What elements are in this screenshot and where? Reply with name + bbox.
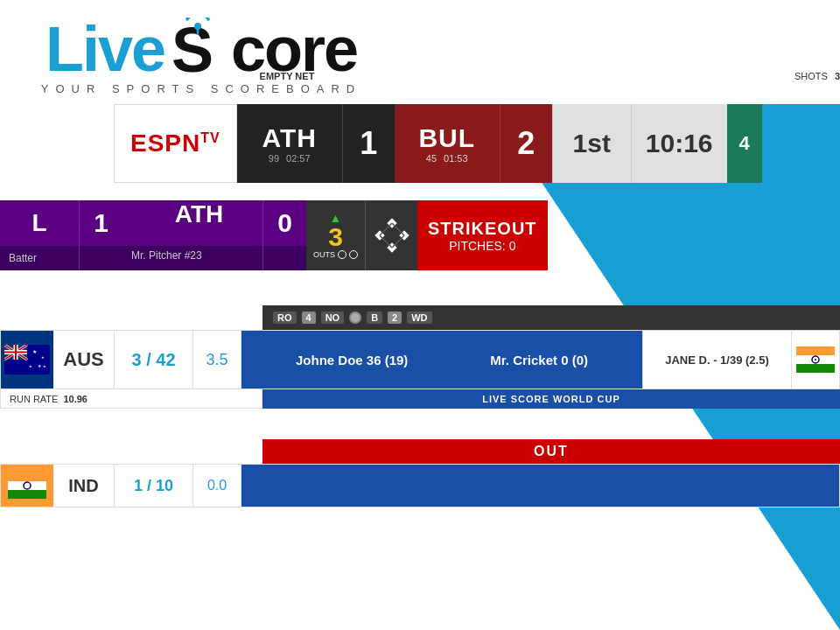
pitcher-label: Mr. Pitcher #23	[131, 249, 202, 262]
away-score-baseball: 1	[94, 208, 108, 238]
ind-overs-box: 0.0	[193, 465, 242, 507]
aus-score-box: 3 / 42	[115, 331, 193, 388]
home-score-baseball: 0	[277, 208, 292, 238]
aus-overs: 3.5	[206, 351, 228, 369]
away-score: 1	[360, 125, 377, 162]
shots-label: SHOTS	[794, 71, 828, 81]
svg-line-8	[380, 235, 392, 248]
home-team-baseball: ATH	[122, 200, 262, 246]
aus-flag: ★ ★ ★ ★ ★	[1, 331, 53, 388]
cricket-batsman2: Mr. Cricket 0 (0)	[490, 353, 588, 368]
cricket-batsman1: Johne Doe 36 (19)	[296, 353, 408, 368]
cricket-players-section: Johne Doe 36 (19) Mr. Cricket 0 (0)	[242, 331, 642, 388]
hockey-scoreboard: ESPNTV ATH 99 02:57 1 BUL 45 01:53	[114, 104, 840, 183]
home-team-time: 01:53	[444, 153, 468, 164]
ctrl-b[interactable]: B	[367, 312, 382, 324]
extra: 4	[739, 132, 750, 155]
ind-flag-2	[1, 465, 53, 507]
ind-overs: 0.0	[207, 478, 227, 494]
pitches-label: PITCHES: 0	[449, 239, 515, 253]
fielder-box: JANE D. - 1/39 (2.5)	[642, 331, 791, 388]
away-team-name: ATH	[262, 123, 316, 153]
svg-line-10	[392, 223, 404, 235]
away-score-box: 1	[342, 104, 395, 183]
run-rate-label: RUN RATE	[10, 394, 58, 404]
run-rate-bar: RUN RATE 10.96	[0, 389, 262, 409]
svg-text:★: ★	[43, 364, 46, 368]
svg-line-9	[392, 235, 404, 248]
broadcaster-logo: ESPNTV	[114, 104, 237, 183]
cricket-scoreboard-2: IND 1 / 10 0.0	[0, 464, 840, 508]
aus-score: 3 / 42	[131, 350, 175, 370]
header: Live S core YOUR SPORTS SCOREBOARD	[0, 0, 840, 104]
ind-team-name: IND	[68, 476, 98, 496]
home-score: 2	[517, 125, 535, 162]
ctrl-wd[interactable]: WD	[407, 312, 431, 324]
out-badge: OUT	[262, 439, 840, 464]
baseball-scoreboard: L Batter 1 ATH Mr. Pitcher #23	[0, 200, 840, 270]
out-label: OUT	[534, 444, 569, 459]
ctrl-ro[interactable]: RO	[273, 312, 297, 324]
svg-text:S: S	[172, 18, 214, 80]
game-time: 10:16	[646, 129, 713, 158]
broadcaster-name: ESPNTV	[130, 130, 220, 158]
diamond-svg	[373, 216, 411, 255]
inning-box: ▲ 3 OUTS	[306, 200, 365, 270]
empty-net-label: EMPTY NET	[208, 71, 366, 81]
fielder-name: JANE D. - 1/39 (2.5)	[665, 354, 769, 367]
batter-box: Batter	[0, 246, 79, 270]
scoreboards: EMPTY NET SHOTS 3 ESPNTV ATH 99 02:57	[0, 104, 840, 508]
strikeout-box: STRIKEOUT PITCHES: 0	[417, 200, 548, 270]
away-team-num: 99	[269, 153, 279, 164]
period-box: 1st	[552, 104, 631, 183]
home-baseball-name: ATH	[175, 200, 223, 228]
svg-rect-28	[796, 364, 835, 373]
live-score-label: LIVE SCORE WORLD CUP	[262, 389, 840, 409]
shots-count: 3	[835, 71, 840, 81]
svg-rect-26	[796, 346, 835, 355]
extra-box: 4	[727, 104, 762, 183]
logo-tagline: YOUR SPORTS SCOREBOARD	[41, 82, 361, 95]
run-rate-value: 10.96	[63, 394, 88, 404]
out-circle-1	[338, 250, 346, 259]
away-team-time: 02:57	[286, 153, 311, 164]
cricket-scoreboard: ★ ★ ★ ★ ★ AUS 3 / 42 3.5 Johne Doe	[0, 330, 840, 389]
svg-rect-31	[8, 472, 46, 481]
home-team-num: 45	[426, 153, 437, 164]
logo-container: Live S core YOUR SPORTS SCOREBOARD	[26, 18, 376, 95]
svg-text:★: ★	[41, 355, 45, 360]
ind-flag-svg	[796, 346, 835, 373]
aus-team-name: AUS	[63, 348, 103, 371]
cricket-subbar: RUN RATE 10.96 LIVE SCORE WORLD CUP	[0, 389, 840, 409]
ctrl-four[interactable]: 4	[302, 312, 316, 324]
aus-overs-box: 3.5	[193, 331, 242, 388]
home-score-box: 2	[500, 104, 552, 183]
period: 1st	[573, 129, 611, 158]
svg-line-7	[380, 223, 392, 235]
pitcher-box: Mr. Pitcher #23	[122, 246, 262, 270]
ctrl-dot-1	[349, 312, 361, 324]
aus-flag-svg: ★ ★ ★ ★ ★	[4, 345, 50, 374]
home-team-box: BUL 45 01:53	[395, 104, 500, 183]
outs-label: OUTS	[313, 250, 335, 259]
ind-team-name-box: IND	[53, 465, 115, 507]
ind-score-box: 1 / 10	[115, 465, 193, 507]
svg-rect-33	[8, 490, 46, 499]
ind-flag	[791, 331, 839, 388]
svg-text:★: ★	[32, 349, 37, 354]
away-baseball-name: L	[32, 209, 46, 237]
cricket-controls: RO 4 NO B 2 WD	[262, 305, 840, 330]
aus-team-name-box: AUS	[53, 331, 115, 388]
away-team-box: ATH 99 02:57	[237, 104, 342, 183]
away-team-baseball: L	[0, 200, 79, 246]
svg-text:★: ★	[29, 364, 32, 368]
inning-number: 3	[328, 224, 343, 250]
ctrl-no[interactable]: NO	[321, 312, 345, 324]
ind-flag2-svg	[8, 472, 46, 499]
svg-point-30	[815, 359, 816, 360]
ctrl-two[interactable]: 2	[388, 312, 402, 324]
time-box: 10:16	[631, 104, 727, 183]
batter-label: Batter	[9, 252, 37, 264]
home-team-name: BUL	[418, 123, 475, 153]
ind-score: 1 / 10	[134, 477, 173, 495]
